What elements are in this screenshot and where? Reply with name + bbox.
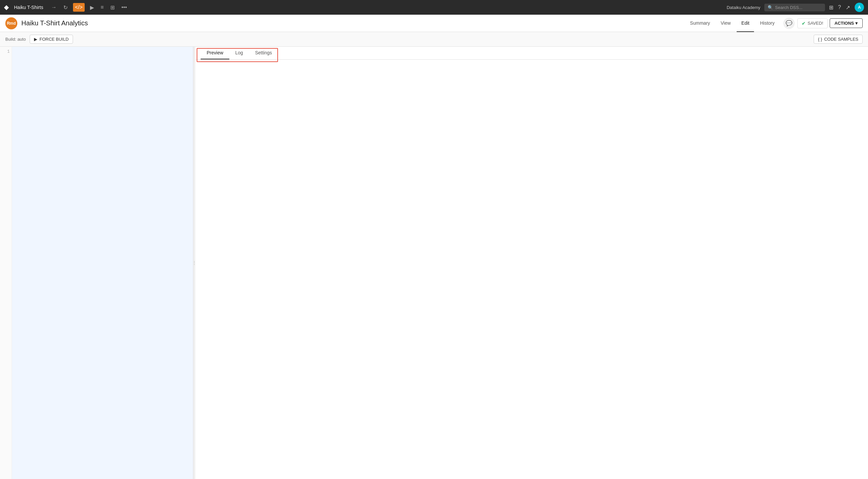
header-nav: Summary View Edit History <box>685 15 779 32</box>
actions-label: ACTIONS <box>835 21 854 26</box>
code-editor: 1 <box>0 47 193 479</box>
force-build-label: FORCE BUILD <box>39 37 68 42</box>
check-icon: ✔ <box>802 21 806 26</box>
top-icons: ⊞ ? ↗ A <box>829 3 864 12</box>
refresh-icon[interactable]: ↻ <box>62 3 69 12</box>
code-area-wrapper <box>12 47 193 479</box>
code-panel: 1 <box>0 47 193 479</box>
build-label: Build: auto <box>5 37 26 42</box>
nav-edit[interactable]: Edit <box>737 15 754 32</box>
code-textarea[interactable] <box>12 47 193 479</box>
tab-settings[interactable]: Settings <box>249 47 278 59</box>
flow-icon[interactable]: → <box>50 3 58 12</box>
play-icon: ▶ <box>34 37 37 42</box>
toolbar: Build: auto ▶ FORCE BUILD { } CODE SAMPL… <box>0 32 868 47</box>
nav-summary[interactable]: Summary <box>685 15 715 32</box>
search-input[interactable] <box>775 5 822 10</box>
user-avatar[interactable]: A <box>855 3 864 12</box>
nav-history[interactable]: History <box>755 15 779 32</box>
top-navigation: ◆ Haiku T-Shirts → ↻ </> ▶ ≡ ⊞ ••• Datai… <box>0 0 868 15</box>
comment-button[interactable]: 💬 <box>783 18 795 29</box>
more-icon[interactable]: ••• <box>120 3 128 12</box>
code-samples-button[interactable]: { } CODE SAMPLES <box>814 35 863 44</box>
project-name[interactable]: Haiku T-Shirts <box>14 5 43 10</box>
chevron-down-icon: ▾ <box>855 21 858 26</box>
code-braces-icon: { } <box>818 37 822 42</box>
tab-log[interactable]: Log <box>229 47 249 59</box>
actions-button[interactable]: ACTIONS ▾ <box>830 18 863 28</box>
run-icon[interactable]: ▶ <box>89 3 95 12</box>
logo-icon[interactable]: ◆ <box>4 4 9 11</box>
search-icon: 🔍 <box>768 5 773 10</box>
main-content: 1 Preview Log Settings <box>0 47 868 479</box>
right-panel: Preview Log Settings <box>195 47 868 479</box>
second-header: Rmd Haiku T-Shirt Analytics Summary View… <box>0 15 868 32</box>
help-icon[interactable]: ? <box>838 4 841 10</box>
line-number-1: 1 <box>3 49 10 54</box>
nav-view[interactable]: View <box>716 15 735 32</box>
code-icon[interactable]: </> <box>73 3 85 12</box>
academy-label: Dataiku Academy <box>727 5 760 10</box>
tabs-bar: Preview Log Settings <box>195 47 868 60</box>
line-numbers: 1 <box>0 47 12 479</box>
list-icon[interactable]: ≡ <box>99 3 105 12</box>
saved-label: SAVED! <box>808 21 823 26</box>
tab-preview[interactable]: Preview <box>201 47 229 59</box>
project-avatar: Rmd <box>5 17 17 29</box>
force-build-button[interactable]: ▶ FORCE BUILD <box>30 35 73 44</box>
search-box[interactable]: 🔍 <box>764 4 825 11</box>
code-samples-label: CODE SAMPLES <box>824 37 858 42</box>
page-title: Haiku T-Shirt Analytics <box>21 19 685 27</box>
apps-grid-icon[interactable]: ⊞ <box>829 4 833 11</box>
grid-view-icon[interactable]: ⊞ <box>109 3 116 12</box>
tab-content-area <box>195 60 868 479</box>
saved-button[interactable]: ✔ SAVED! <box>797 18 828 28</box>
trend-icon[interactable]: ↗ <box>846 4 850 11</box>
